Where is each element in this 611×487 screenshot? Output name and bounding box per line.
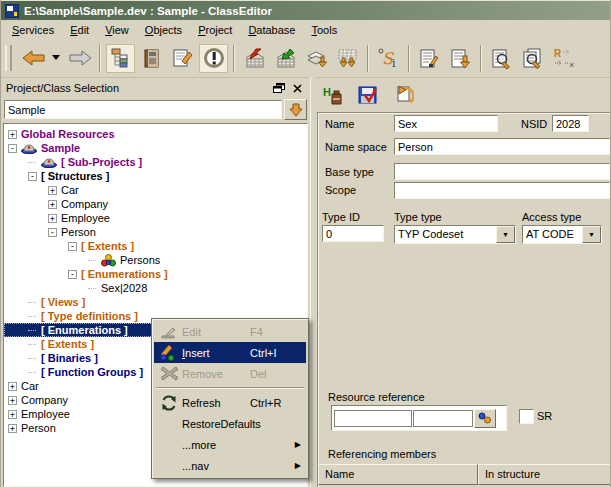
- menu-services[interactable]: Services: [4, 22, 62, 38]
- tree-item-sub-projects[interactable]: [ Sub-Projects ]: [4, 155, 307, 169]
- chevron-down-icon[interactable]: ▼: [496, 226, 515, 243]
- back-history-button[interactable]: [50, 44, 63, 73]
- expand-icon[interactable]: +: [8, 424, 17, 433]
- context-menu-item-more[interactable]: ...more▶: [154, 434, 306, 455]
- find-in-documents-button[interactable]: [518, 44, 547, 73]
- scope-input[interactable]: [394, 182, 610, 199]
- tree-item-person[interactable]: -Person: [4, 225, 307, 239]
- check-in-button[interactable]: [240, 44, 269, 73]
- resource-ref-field-1[interactable]: [334, 410, 412, 427]
- tree-item-global-resources[interactable]: +Global Resources: [4, 127, 307, 141]
- load-table-button[interactable]: [333, 44, 362, 73]
- typeid-input[interactable]: [322, 225, 384, 242]
- tree-item-views[interactable]: [ Views ]: [4, 295, 307, 309]
- resource-lookup-button[interactable]: [474, 409, 496, 428]
- catalog-button[interactable]: [137, 44, 166, 73]
- tree-item-label: Persons: [120, 254, 160, 267]
- forward-button[interactable]: [65, 44, 94, 73]
- collapse-icon[interactable]: -: [28, 172, 37, 181]
- basetype-label: Base type: [325, 166, 374, 178]
- collapse-icon[interactable]: -: [8, 144, 17, 153]
- reference-navigation-button[interactable]: R×: [549, 44, 578, 73]
- find-in-document-button[interactable]: [487, 44, 516, 73]
- export-document-button[interactable]: [446, 44, 475, 73]
- tree-item-car[interactable]: +Car: [4, 183, 307, 197]
- tree-item-label: Company: [21, 394, 68, 407]
- context-menu-item-refresh[interactable]: RefreshCtrl+R: [154, 392, 306, 413]
- tree-item-enumerations[interactable]: -[ Enumerations ]: [4, 267, 307, 281]
- collapse-icon[interactable]: -: [68, 270, 77, 279]
- context-menu-item-label: Edit: [182, 326, 250, 338]
- expand-icon[interactable]: +: [8, 382, 17, 391]
- column-header-in-structure[interactable]: In structure: [478, 464, 610, 485]
- tree-item-employee[interactable]: +Employee: [4, 211, 307, 225]
- expand-icon[interactable]: +: [8, 130, 17, 139]
- nsid-input[interactable]: [552, 115, 589, 132]
- menubar: ServicesEditViewObjectsProjectDatabaseTo…: [1, 20, 610, 39]
- column-header-name[interactable]: Name: [318, 464, 478, 485]
- namespace-input[interactable]: [394, 138, 610, 155]
- script-info-button[interactable]: Si: [374, 44, 403, 73]
- tree-item-sample[interactable]: -Sample: [4, 141, 307, 155]
- context-menu-item-insert[interactable]: InsertCtrl+I: [154, 342, 306, 363]
- doc-find-icon: [491, 48, 512, 69]
- tree-item-company[interactable]: +Company: [4, 197, 307, 211]
- edit-object-button[interactable]: [168, 44, 197, 73]
- context-menu-item-restoredefaults[interactable]: RestoreDefaults: [154, 413, 306, 434]
- name-input[interactable]: [394, 115, 498, 132]
- menu-edit[interactable]: Edit: [62, 22, 97, 38]
- project-filter-input[interactable]: [4, 100, 282, 119]
- titlebar[interactable]: E:\Sample\Sample.dev : Sample - ClassEdi…: [1, 0, 610, 20]
- resource-ref-field-2[interactable]: [413, 410, 473, 427]
- expand-icon[interactable]: +: [48, 200, 57, 209]
- menu-tools[interactable]: Tools: [303, 22, 345, 38]
- collapse-icon[interactable]: -: [68, 242, 77, 251]
- tree-item-sex-2028[interactable]: Sex|2028: [4, 281, 307, 295]
- menu-objects[interactable]: Objects: [137, 22, 190, 38]
- project-filter-dropdown-button[interactable]: [284, 99, 307, 120]
- save-button[interactable]: [355, 83, 381, 107]
- expand-icon[interactable]: +: [48, 214, 57, 223]
- expand-icon[interactable]: +: [8, 410, 17, 419]
- deploy-package-button[interactable]: [302, 44, 331, 73]
- class-tree-button[interactable]: [106, 44, 135, 73]
- context-menu-item-label: ...nav: [182, 460, 250, 472]
- typetype-select[interactable]: TYP Codeset ▼: [394, 225, 516, 244]
- history-button[interactable]: H: [320, 83, 346, 107]
- float-panel-icon[interactable]: [271, 82, 286, 95]
- tree-item-extents[interactable]: -[ Extents ]: [4, 239, 307, 253]
- menu-project[interactable]: Project: [190, 22, 240, 38]
- back-button[interactable]: [19, 44, 48, 73]
- expand-icon[interactable]: +: [48, 186, 57, 195]
- menu-database[interactable]: Database: [240, 22, 303, 38]
- panel-header: Project/Class Selection: [3, 77, 308, 97]
- accesstype-select[interactable]: AT CODE ▼: [522, 225, 602, 244]
- menu-view[interactable]: View: [97, 22, 137, 38]
- sr-checkbox[interactable]: [519, 409, 534, 424]
- collapse-icon[interactable]: -: [48, 228, 57, 237]
- basetype-input[interactable]: [394, 163, 610, 180]
- cluster-icon: [101, 254, 116, 267]
- edit-document-button[interactable]: [415, 44, 444, 73]
- expand-icon[interactable]: +: [8, 396, 17, 405]
- name-label: Name: [325, 118, 354, 130]
- tree-item-label: Employee: [61, 212, 110, 225]
- context-menu-item-label: RestoreDefaults: [182, 418, 250, 430]
- toolbar-separator: [408, 45, 410, 72]
- check-out-button[interactable]: [271, 44, 300, 73]
- tree-item-label: Sample: [41, 142, 80, 155]
- tree-connector: [28, 371, 36, 373]
- project-icon: [41, 156, 57, 168]
- tree-item-persons[interactable]: Persons: [4, 253, 307, 267]
- toolbar-grip[interactable]: [5, 45, 12, 71]
- close-panel-icon[interactable]: [290, 82, 305, 95]
- object-info-button[interactable]: [199, 44, 228, 73]
- typetype-label: Type type: [394, 211, 442, 223]
- tree-connector: [88, 287, 96, 289]
- revert-button[interactable]: [390, 83, 416, 107]
- svg-text:H: H: [323, 86, 331, 98]
- context-menu-item-label: ...more: [182, 439, 250, 451]
- tree-item-structures[interactable]: -[ Structures ]: [4, 169, 307, 183]
- chevron-down-icon[interactable]: ▼: [582, 226, 601, 243]
- context-menu-item-nav[interactable]: ...nav▶: [154, 455, 306, 476]
